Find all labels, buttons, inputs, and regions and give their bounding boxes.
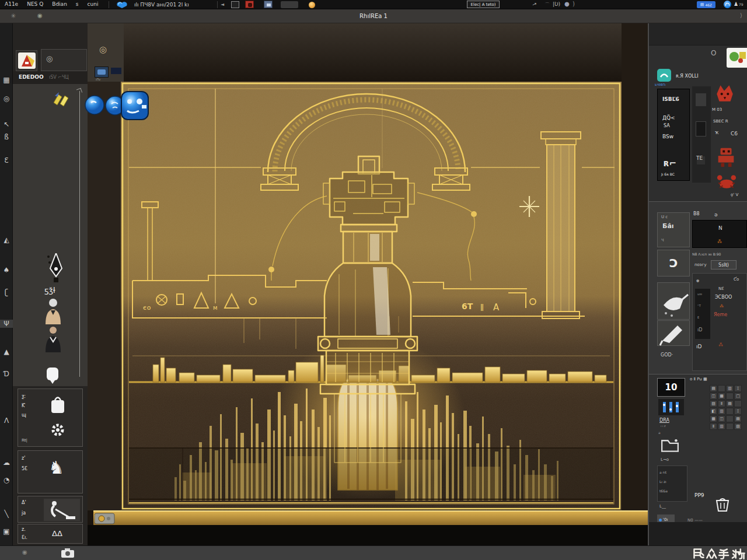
layer-thumbnail-grid[interactable]: ▤▥Ξ◫▦□▨Ⅱ▤◧▥Ξ▦◫▤Ⅱ▥▨ (710, 385, 743, 430)
undo-redo-icons[interactable]: |Ʋ) (553, 1, 560, 7)
preview-box[interactable]: N ⁂ (692, 220, 747, 248)
orange-dot-icon[interactable] (309, 2, 315, 8)
user-icon[interactable]: ♟ (734, 1, 738, 7)
left-panel-logo-box[interactable] (16, 50, 37, 71)
ssit-chip[interactable]: ЅsIŧ) (711, 260, 736, 270)
tab-ededoo[interactable]: EDEDOO (19, 74, 44, 80)
layer-thumbnail[interactable] (95, 66, 109, 78)
tool-icon[interactable]: ♠ (0, 266, 13, 274)
camera-icon[interactable] (61, 548, 75, 558)
layer-thumb-cell[interactable]: ▤ (734, 415, 742, 422)
layer-thumb-cell[interactable]: ◫ (710, 393, 717, 400)
adjust-button-1[interactable]: U c Бâı ч (657, 212, 690, 247)
menu-item[interactable]: cuni (88, 1, 99, 7)
layer-thumb-cell[interactable]: ▥ (718, 423, 725, 430)
dropdown-arrow-icon[interactable]: ◄ (221, 2, 224, 7)
layer-thumb-cell[interactable]: Ⅱ (710, 423, 717, 430)
layer-thumb-cell[interactable] (718, 385, 725, 392)
browser-icon[interactable] (724, 1, 731, 8)
tool-icon[interactable]: Ψ (0, 320, 13, 328)
mini-list-box[interactable]: a rıtLı zıt6Ба (657, 466, 687, 502)
folder-icon[interactable] (659, 435, 680, 453)
tool-icon[interactable]: ▲ (0, 348, 13, 356)
settings-star-icon[interactable]: ✳ (11, 12, 16, 20)
scrollbar[interactable] (79, 91, 80, 377)
adjust-button-4[interactable] (657, 320, 690, 346)
tool-icon[interactable]: ◭ (0, 236, 13, 244)
circle-o-icon[interactable]: O (711, 49, 716, 57)
layer-thumb-cell[interactable]: ▥ (718, 408, 725, 415)
tool-icon[interactable]: ß (0, 133, 13, 141)
white-shape-icon[interactable] (46, 366, 61, 384)
adjust-button-3[interactable] (657, 282, 690, 320)
preset-section-3[interactable]: Δ' ja (18, 496, 83, 523)
inner-column[interactable]: ure''TEıD (695, 289, 710, 339)
canvas-artwork[interactable]: ϵo м 6T ǁ A (121, 82, 622, 510)
yellow-tool-icon[interactable] (53, 91, 70, 107)
blue-badges[interactable] (84, 89, 149, 125)
layer-thumb-cell[interactable] (726, 423, 734, 430)
layer-thumb-cell[interactable]: Ξ (734, 408, 742, 415)
crab-icon[interactable] (716, 174, 737, 191)
layer-thumb-cell[interactable]: ▨ (734, 423, 742, 430)
layer-thumb-cell[interactable]: □ (734, 393, 742, 400)
tool-icon[interactable]: ʗ (0, 288, 13, 296)
layer-thumb-cell[interactable] (734, 400, 742, 407)
menu-item[interactable]: NES Q (27, 1, 43, 7)
layer-thumb-cell[interactable]: ▤ (726, 400, 734, 407)
gray-pill-button[interactable] (281, 1, 298, 8)
tool-icon[interactable]: Ɗ (0, 370, 13, 378)
tool-icon[interactable]: ◔ (0, 476, 13, 484)
tab-faded[interactable]: ıSV ⌐ЧЦ (49, 75, 69, 80)
color-card[interactable] (727, 48, 747, 68)
zoom-chip[interactable]: ▤ 46Z (697, 1, 715, 8)
layer-thumb-cell[interactable]: ▦ (718, 393, 725, 400)
layer-thumb-cell[interactable] (726, 393, 734, 400)
avatar-icon[interactable] (43, 298, 63, 324)
trash-bucket-icon[interactable] (714, 497, 731, 512)
left-panel-sync-box[interactable]: ◎ (41, 49, 87, 71)
thumb-strip[interactable] (692, 86, 711, 183)
preset-section-1[interactable]: ƺ: Ƙ̈ ɰ Rŧ| (18, 388, 83, 447)
status-dot-icon[interactable]: ◉ (22, 549, 27, 555)
tool-icon[interactable]: Ɛ (0, 156, 13, 164)
preset-section-2[interactable]: z' 5Ɛ ♞ (18, 450, 83, 494)
menu-item[interactable]: s (76, 1, 79, 7)
sliders-icon[interactable] (658, 399, 684, 415)
layer-thumb-cell[interactable]: ◫ (718, 415, 725, 422)
layer-thumb-cell[interactable] (726, 415, 734, 422)
menu-item[interactable]: A11e (5, 1, 18, 7)
blue-app-icon[interactable] (264, 1, 273, 8)
chevron-right-icon[interactable]: ⟩ (740, 12, 742, 19)
tool-icon[interactable]: ◎ (0, 94, 13, 103)
tool-icon[interactable]: ▦ (0, 76, 13, 84)
pen-tool-icon[interactable] (47, 253, 63, 284)
layer-thumb-cell[interactable] (726, 408, 734, 415)
info-box[interactable]: ISBĽ6ДQ̈<SABSwʀ⌐Jı 6ʀ ВС (657, 89, 690, 181)
tool-icon[interactable]: Λ (0, 416, 13, 425)
brush-icon[interactable]: ↗ (532, 1, 538, 8)
dark-avatar-icon[interactable] (44, 326, 62, 352)
tool-icon[interactable]: ↖ (0, 120, 13, 128)
tool-icon[interactable]: ☁ (0, 459, 13, 467)
button-10[interactable]: 10 (657, 378, 685, 397)
fox-icon[interactable] (714, 84, 735, 103)
panel-toggle-icon[interactable] (231, 1, 239, 8)
preset-section-4[interactable]: z. Ɛı. ΔΔ (18, 524, 83, 544)
layer-thumb-cell[interactable]: ▨ (710, 400, 717, 407)
adjust-button-2[interactable]: Ɔ (657, 250, 690, 276)
tool-icon[interactable]: ▣ (0, 527, 13, 536)
layer-thumb-cell[interactable]: ▥ (726, 385, 734, 392)
teal-app-icon[interactable] (657, 69, 671, 82)
robot-icon[interactable] (715, 146, 737, 168)
record-dot-icon[interactable]: ● (564, 1, 570, 7)
layer-thumb-cell[interactable]: ◧ (710, 408, 717, 415)
layer-thumb-cell[interactable]: Ξ (734, 385, 742, 392)
search-box[interactable]: Elec| A teto) (467, 1, 500, 8)
layer-thumb-cell[interactable]: ▦ (710, 415, 717, 422)
app-logo-icon[interactable] (115, 1, 130, 9)
tool-icon[interactable]: ╲ (0, 510, 13, 518)
target-icon[interactable]: ◎ (99, 44, 107, 55)
layer-thumb-cell[interactable]: Ⅱ (718, 400, 725, 407)
red-app-icon[interactable] (245, 1, 254, 8)
